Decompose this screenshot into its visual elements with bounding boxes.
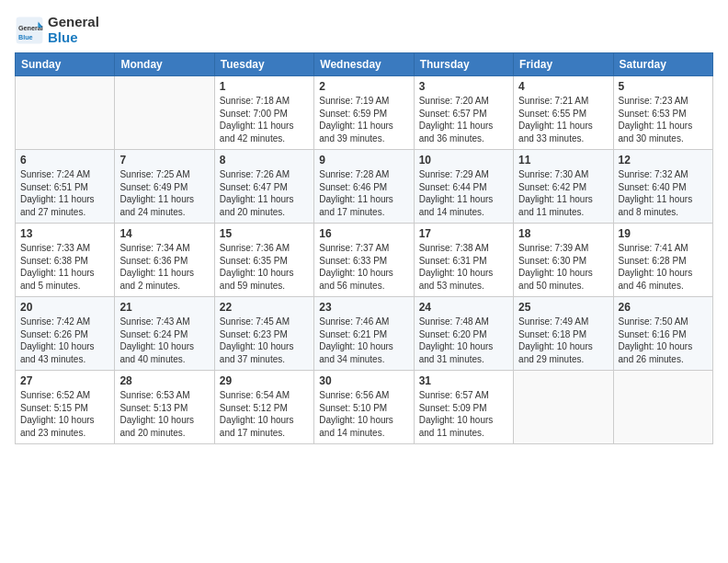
day-number: 6 [20,154,109,167]
day-number: 10 [419,154,508,167]
day-info: Sunrise: 7:43 AM Sunset: 6:24 PM Dayligh… [119,316,209,365]
col-header-monday: Monday [115,53,214,76]
col-header-friday: Friday [514,53,613,76]
calendar-cell: 10Sunrise: 7:29 AM Sunset: 6:44 PM Dayli… [414,150,513,224]
day-number: 9 [319,154,408,167]
day-info: Sunrise: 7:24 AM Sunset: 6:51 PM Dayligh… [20,168,109,218]
calendar-cell: 25Sunrise: 7:49 AM Sunset: 6:18 PM Dayli… [514,297,613,371]
day-number: 5 [619,80,708,93]
col-header-wednesday: Wednesday [314,53,414,76]
day-info: Sunrise: 7:28 AM Sunset: 6:46 PM Dayligh… [319,168,408,218]
day-number: 28 [119,374,209,387]
day-info: Sunrise: 7:38 AM Sunset: 6:31 PM Dayligh… [419,242,508,292]
day-info: Sunrise: 7:48 AM Sunset: 6:20 PM Dayligh… [419,316,508,365]
calendar-cell: 14Sunrise: 7:34 AM Sunset: 6:36 PM Dayli… [115,224,214,297]
day-info: Sunrise: 7:42 AM Sunset: 6:26 PM Dayligh… [20,316,109,365]
calendar-cell: 28Sunrise: 6:53 AM Sunset: 5:13 PM Dayli… [115,371,214,444]
calendar-cell: 31Sunrise: 6:57 AM Sunset: 5:09 PM Dayli… [414,371,513,444]
day-number: 25 [518,301,608,314]
col-header-tuesday: Tuesday [214,53,313,76]
day-info: Sunrise: 7:32 AM Sunset: 6:40 PM Dayligh… [619,168,708,218]
calendar-cell: 11Sunrise: 7:30 AM Sunset: 6:42 PM Dayli… [514,150,613,224]
day-number: 7 [119,154,209,167]
day-number: 21 [119,301,209,314]
calendar-cell: 9Sunrise: 7:28 AM Sunset: 6:46 PM Daylig… [314,150,414,224]
col-header-saturday: Saturday [613,53,712,76]
day-info: Sunrise: 7:26 AM Sunset: 6:47 PM Dayligh… [220,168,309,218]
calendar-cell: 1Sunrise: 7:18 AM Sunset: 7:00 PM Daylig… [214,76,313,150]
day-number: 14 [119,227,209,240]
calendar-cell: 30Sunrise: 6:56 AM Sunset: 5:10 PM Dayli… [314,371,414,444]
day-number: 17 [419,227,508,240]
calendar-cell [514,371,613,444]
day-info: Sunrise: 6:54 AM Sunset: 5:12 PM Dayligh… [220,389,309,439]
calendar-cell: 29Sunrise: 6:54 AM Sunset: 5:12 PM Dayli… [214,371,313,444]
day-number: 1 [220,80,309,93]
day-number: 15 [220,227,309,240]
day-info: Sunrise: 7:37 AM Sunset: 6:33 PM Dayligh… [319,242,408,292]
day-info: Sunrise: 7:39 AM Sunset: 6:30 PM Dayligh… [518,242,608,292]
day-number: 18 [518,227,608,240]
calendar-cell: 27Sunrise: 6:52 AM Sunset: 5:15 PM Dayli… [16,371,115,444]
calendar-cell: 19Sunrise: 7:41 AM Sunset: 6:28 PM Dayli… [613,224,712,297]
day-number: 22 [220,301,309,314]
day-number: 16 [319,227,408,240]
day-number: 11 [518,154,608,167]
day-number: 31 [419,374,508,387]
day-info: Sunrise: 7:19 AM Sunset: 6:59 PM Dayligh… [319,95,408,144]
day-number: 27 [20,374,109,387]
day-info: Sunrise: 6:57 AM Sunset: 5:09 PM Dayligh… [419,389,508,439]
day-number: 23 [319,301,408,314]
calendar-cell [16,76,115,150]
calendar-cell: 23Sunrise: 7:46 AM Sunset: 6:21 PM Dayli… [314,297,414,371]
calendar-cell: 7Sunrise: 7:25 AM Sunset: 6:49 PM Daylig… [115,150,214,224]
day-info: Sunrise: 7:49 AM Sunset: 6:18 PM Dayligh… [518,316,608,365]
day-info: Sunrise: 7:30 AM Sunset: 6:42 PM Dayligh… [518,168,608,218]
svg-text:Blue: Blue [18,32,33,40]
day-number: 20 [20,301,109,314]
day-number: 19 [619,227,708,240]
day-number: 30 [319,374,408,387]
day-info: Sunrise: 7:25 AM Sunset: 6:49 PM Dayligh… [119,168,209,218]
day-info: Sunrise: 7:23 AM Sunset: 6:53 PM Dayligh… [619,95,708,144]
day-info: Sunrise: 7:34 AM Sunset: 6:36 PM Dayligh… [119,242,209,292]
calendar-cell: 5Sunrise: 7:23 AM Sunset: 6:53 PM Daylig… [613,76,712,150]
calendar-cell [613,371,712,444]
calendar-cell [115,76,214,150]
day-number: 26 [619,301,708,314]
day-number: 3 [419,80,508,93]
calendar-cell: 20Sunrise: 7:42 AM Sunset: 6:26 PM Dayli… [16,297,115,371]
calendar-cell: 22Sunrise: 7:45 AM Sunset: 6:23 PM Dayli… [214,297,313,371]
calendar-cell: 2Sunrise: 7:19 AM Sunset: 6:59 PM Daylig… [314,76,414,150]
calendar-cell: 4Sunrise: 7:21 AM Sunset: 6:55 PM Daylig… [514,76,613,150]
day-number: 12 [619,154,708,167]
day-info: Sunrise: 7:36 AM Sunset: 6:35 PM Dayligh… [220,242,309,292]
calendar-cell: 12Sunrise: 7:32 AM Sunset: 6:40 PM Dayli… [613,150,712,224]
day-number: 29 [220,374,309,387]
day-info: Sunrise: 7:29 AM Sunset: 6:44 PM Dayligh… [419,168,508,218]
day-number: 4 [518,80,608,93]
calendar-cell: 13Sunrise: 7:33 AM Sunset: 6:38 PM Dayli… [16,224,115,297]
day-info: Sunrise: 6:56 AM Sunset: 5:10 PM Dayligh… [319,389,408,439]
logo-icon: General Blue [15,16,44,45]
day-info: Sunrise: 7:20 AM Sunset: 6:57 PM Dayligh… [419,95,508,144]
col-header-sunday: Sunday [16,53,115,76]
calendar-cell: 15Sunrise: 7:36 AM Sunset: 6:35 PM Dayli… [214,224,313,297]
calendar-table: SundayMondayTuesdayWednesdayThursdayFrid… [15,52,713,444]
day-info: Sunrise: 7:46 AM Sunset: 6:21 PM Dayligh… [319,316,408,365]
calendar-cell: 16Sunrise: 7:37 AM Sunset: 6:33 PM Dayli… [314,224,414,297]
calendar-cell: 8Sunrise: 7:26 AM Sunset: 6:47 PM Daylig… [214,150,313,224]
day-info: Sunrise: 7:41 AM Sunset: 6:28 PM Dayligh… [619,242,708,292]
day-number: 13 [20,227,109,240]
calendar-cell: 6Sunrise: 7:24 AM Sunset: 6:51 PM Daylig… [16,150,115,224]
col-header-thursday: Thursday [414,53,513,76]
day-info: Sunrise: 7:33 AM Sunset: 6:38 PM Dayligh… [20,242,109,292]
page-header: General Blue General Blue [15,15,713,45]
calendar-cell: 26Sunrise: 7:50 AM Sunset: 6:16 PM Dayli… [613,297,712,371]
logo: General Blue General Blue [15,15,99,45]
day-number: 8 [220,154,309,167]
day-info: Sunrise: 6:52 AM Sunset: 5:15 PM Dayligh… [20,389,109,439]
day-number: 24 [419,301,508,314]
logo-general: General [48,15,99,30]
calendar-cell: 21Sunrise: 7:43 AM Sunset: 6:24 PM Dayli… [115,297,214,371]
